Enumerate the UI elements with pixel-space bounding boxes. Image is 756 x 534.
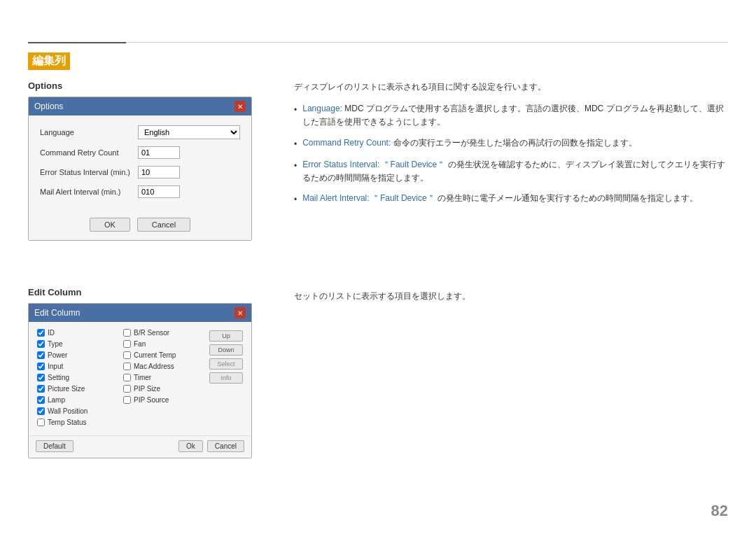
- list-item: Wall Position: [37, 407, 116, 415]
- language-select[interactable]: English: [138, 125, 240, 139]
- list-item: Lamp: [37, 396, 116, 404]
- heading-text: 編集列: [28, 52, 70, 70]
- edit-column-side-buttons: Up Down Select Info: [209, 329, 243, 430]
- right-intro-text: ディスプレイのリストに表示される項目に関する設定を行います。: [294, 80, 728, 94]
- error-status-label: Error Status Interval (min.): [40, 168, 138, 176]
- top-divider: [28, 42, 728, 43]
- bullet-error-status: Error Status Interval: ＂Fault Device＂ の発…: [302, 158, 728, 185]
- bullet-dot: •: [294, 104, 297, 117]
- options-dialog-title: Options: [34, 101, 63, 111]
- language-control: English: [138, 125, 240, 139]
- keyword-error-status: Error Status Interval: ＂Fault Device＂: [302, 160, 445, 169]
- error-status-row: Error Status Interval (min.): [40, 166, 240, 178]
- command-retry-row: Command Retry Count: [40, 146, 240, 159]
- list-item: Picture Size: [37, 385, 116, 393]
- list-item: ID: [37, 329, 116, 337]
- bullet-dot: •: [294, 138, 297, 151]
- list-item: Mac Address: [123, 363, 202, 370]
- lamp-checkbox[interactable]: [37, 396, 45, 404]
- up-button[interactable]: Up: [209, 330, 243, 342]
- keyword-command-retry: Command Retry Count:: [302, 138, 391, 148]
- temp-status-checkbox[interactable]: [37, 419, 45, 426]
- edit-footer-right-buttons: Ok Cancel: [178, 440, 244, 452]
- pip-source-checkbox[interactable]: [123, 396, 131, 404]
- list-item: Temp Status: [37, 419, 116, 426]
- type-checkbox[interactable]: [37, 340, 45, 348]
- options-dialog-body: Language English Command Retry Count Err…: [29, 115, 251, 212]
- list-item: Fan: [123, 340, 202, 348]
- edit-column-left-list: ID Type Power Input Setting Picture Size…: [37, 329, 116, 430]
- bullet-language: Language: MDC プログラムで使用する言語を選択します。言語の選択後、…: [302, 102, 728, 129]
- edit-cancel-button[interactable]: Cancel: [207, 440, 244, 452]
- keyword-mail-alert: Mail Alert Interval: ＂Fault Device＂: [302, 193, 435, 203]
- heading-underline: [28, 42, 126, 43]
- right-description-2: セットのリストに表示する項目を選択します。: [294, 290, 728, 302]
- error-status-control: [138, 166, 240, 178]
- br-sensor-checkbox[interactable]: [123, 329, 131, 337]
- language-row: Language English: [40, 125, 240, 139]
- list-item: PIP Source: [123, 396, 202, 404]
- command-retry-control: [138, 146, 240, 159]
- options-cancel-button[interactable]: Cancel: [137, 218, 190, 232]
- bullet-mail-alert: Mail Alert Interval: ＂Fault Device＂ の発生時…: [302, 192, 698, 205]
- options-dialog-footer: OK Cancel: [29, 212, 251, 240]
- list-item: Timer: [123, 374, 202, 381]
- current-temp-checkbox[interactable]: [123, 351, 131, 359]
- edit-column-section: Edit Column Edit Column ✕ ID Type Power …: [28, 287, 280, 458]
- list-item: PIP Size: [123, 385, 202, 393]
- command-retry-input[interactable]: [138, 146, 180, 159]
- options-ok-button[interactable]: OK: [90, 218, 130, 232]
- default-button[interactable]: Default: [36, 440, 74, 452]
- fan-checkbox[interactable]: [123, 340, 131, 348]
- list-item: • Mail Alert Interval: ＂Fault Device＂ の発…: [294, 192, 728, 206]
- id-checkbox[interactable]: [37, 329, 45, 337]
- right-description: ディスプレイのリストに表示される項目に関する設定を行います。 • Languag…: [294, 80, 728, 213]
- down-button[interactable]: Down: [209, 344, 243, 356]
- edit-column-titlebar: Edit Column ✕: [29, 304, 251, 322]
- error-status-input[interactable]: [138, 166, 180, 178]
- setting-checkbox[interactable]: [37, 374, 45, 381]
- bullet-list: • Language: MDC プログラムで使用する言語を選択します。言語の選択…: [294, 102, 728, 206]
- edit-column-footer: Default Ok Cancel: [29, 435, 251, 458]
- main-heading: 編集列: [28, 52, 70, 70]
- command-retry-label: Command Retry Count: [40, 148, 138, 157]
- edit-column-dialog-title: Edit Column: [34, 308, 80, 318]
- list-item: Setting: [37, 374, 116, 381]
- list-item: Current Temp: [123, 351, 202, 359]
- list-item: B/R Sensor: [123, 329, 202, 337]
- picture-size-checkbox[interactable]: [37, 385, 45, 393]
- language-label: Language: [40, 128, 138, 136]
- edit-column-right-list: B/R Sensor Fan Current Temp Mac Address …: [123, 329, 202, 430]
- options-dialog-titlebar: Options ✕: [29, 97, 251, 115]
- list-item: • Language: MDC プログラムで使用する言語を選択します。言語の選択…: [294, 102, 728, 129]
- edit-column-body: ID Type Power Input Setting Picture Size…: [29, 322, 251, 435]
- mail-alert-label: Mail Alert Interval (min.): [40, 188, 138, 196]
- edit-column-title: Edit Column: [28, 287, 280, 297]
- select-button[interactable]: Select: [209, 358, 243, 370]
- mail-alert-control: [138, 185, 240, 198]
- wall-position-checkbox[interactable]: [37, 407, 45, 415]
- power-checkbox[interactable]: [37, 351, 45, 359]
- mail-alert-input[interactable]: [138, 185, 180, 198]
- bullet-command-retry: Command Retry Count: 命令の実行エラーが発生した場合の再試行…: [302, 136, 636, 150]
- mac-address-checkbox[interactable]: [123, 363, 131, 370]
- timer-checkbox[interactable]: [123, 374, 131, 381]
- list-item: Power: [37, 351, 116, 359]
- pip-size-checkbox[interactable]: [123, 385, 131, 393]
- info-button[interactable]: Info: [209, 372, 243, 384]
- bullet-dot: •: [294, 160, 297, 173]
- edit-column-description: セットのリストに表示する項目を選択します。: [294, 290, 728, 302]
- options-section: Options Options ✕ Language English Comma…: [28, 80, 280, 241]
- page-number: 82: [711, 502, 728, 520]
- list-item: • Command Retry Count: 命令の実行エラーが発生した場合の再…: [294, 136, 728, 151]
- edit-column-dialog: Edit Column ✕ ID Type Power Input Settin…: [28, 303, 252, 458]
- options-title: Options: [28, 80, 280, 91]
- options-close-button[interactable]: ✕: [234, 101, 246, 112]
- input-checkbox[interactable]: [37, 363, 45, 370]
- bullet-dot: •: [294, 193, 297, 206]
- edit-column-close-button[interactable]: ✕: [234, 307, 246, 318]
- keyword-language: Language:: [302, 104, 342, 113]
- options-dialog: Options ✕ Language English Command Retry…: [28, 97, 252, 241]
- list-item: Type: [37, 340, 116, 348]
- edit-ok-button[interactable]: Ok: [178, 440, 203, 452]
